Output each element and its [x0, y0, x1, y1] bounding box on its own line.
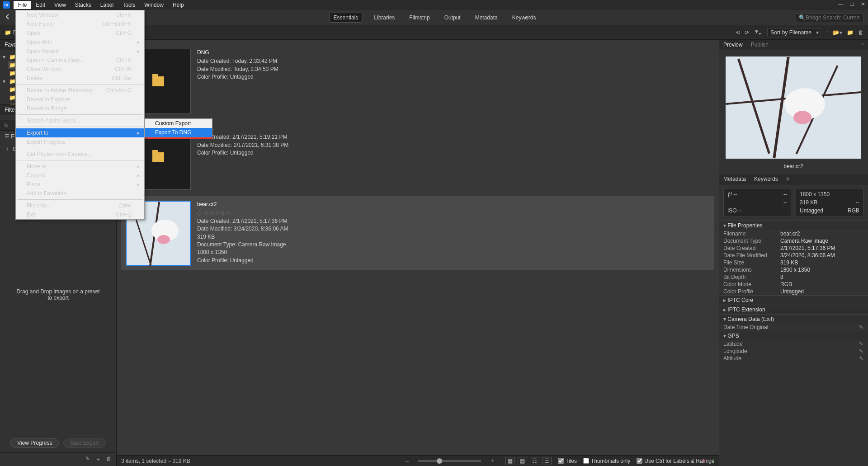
zoom-out-icon[interactable]: –: [406, 458, 409, 464]
thumbnails-only-checkbox[interactable]: Thumbnails only: [583, 458, 630, 464]
view-thumb-icon[interactable]: ▤: [518, 457, 527, 465]
menu-file[interactable]: File: [14, 1, 31, 9]
menu-item[interactable]: Export to: [16, 128, 144, 137]
menu-item[interactable]: Open Recent: [16, 47, 144, 56]
keywords-tab[interactable]: Keywords: [754, 176, 778, 182]
menu-item[interactable]: ExitCtrl+Q: [16, 210, 144, 219]
preview-tab[interactable]: Preview: [723, 42, 743, 48]
folder-icon: 📁: [9, 54, 16, 60]
section-file-properties[interactable]: File Properties: [719, 221, 868, 230]
apply-icon[interactable]: ✓: [711, 458, 715, 464]
edit-pencil-icon[interactable]: ✎: [859, 348, 863, 354]
list-icon: ☰: [5, 133, 9, 140]
edit-pencil-icon[interactable]: ✎: [859, 355, 863, 362]
favorites-tab[interactable]: Favc: [5, 42, 16, 48]
tiles-checkbox[interactable]: Tiles: [558, 458, 577, 464]
menu-item[interactable]: File Info...Ctrl+I: [16, 201, 144, 210]
menu-item[interactable]: Copy to: [16, 171, 144, 180]
menu-item[interactable]: Return to Adobe PhotoshopCtrl+Alt+O: [16, 86, 144, 95]
menu-item[interactable]: Add to Favorites: [16, 189, 144, 198]
view-details-icon[interactable]: ☶: [530, 457, 539, 465]
section-gps[interactable]: GPS: [719, 331, 868, 340]
metadata-tab[interactable]: Metadata: [723, 176, 746, 182]
add-icon[interactable]: ＋: [95, 456, 101, 463]
view-progress-button[interactable]: View Progress: [10, 438, 59, 448]
zoom-in-icon[interactable]: ＋: [490, 457, 495, 465]
cancel-icon[interactable]: ✕: [702, 458, 706, 464]
menu-item[interactable]: DeleteCtrl+Del: [16, 74, 144, 83]
menu-item[interactable]: Reveal in Explorer: [16, 95, 144, 104]
trash-icon[interactable]: 🗑: [858, 29, 863, 36]
menu-window[interactable]: Window: [140, 1, 168, 9]
rotate-cw-icon[interactable]: ⟳: [745, 29, 749, 36]
menu-tools[interactable]: Tools: [118, 1, 140, 9]
menu-item[interactable]: OpenCtrl+O: [16, 28, 144, 38]
workspace-more-icon[interactable]: ▾: [524, 14, 527, 21]
export-to-submenu: Custom ExportExport To DNG: [145, 118, 212, 137]
section-iptc-core[interactable]: IPTC Core: [719, 296, 868, 305]
menu-help[interactable]: Help: [168, 1, 189, 9]
status-bar: 3 items, 1 selected – 319 KB – ＋ ▦ ▤ ☶ ☰…: [117, 455, 719, 466]
sort-dropdown[interactable]: Sort by Filename: [767, 28, 821, 37]
search-box[interactable]: 🔍: [796, 13, 863, 22]
section-iptc-extension[interactable]: IPTC Extension: [719, 305, 868, 314]
workspace-tab-essentials[interactable]: Essentials: [330, 13, 363, 23]
submenu-item[interactable]: Custom Export: [145, 119, 212, 128]
submenu-item[interactable]: Export To DNG: [145, 128, 212, 137]
back-icon[interactable]: [5, 14, 13, 22]
filter-funnel-icon[interactable]: ▼▾: [754, 28, 761, 36]
preview-image: [726, 56, 861, 159]
menubar: Br FileEditViewStacksLabelToolsWindowHel…: [0, 0, 868, 10]
preview-filename: bear.cr2: [719, 163, 868, 169]
export-new-icon[interactable]: ⎘: [5, 122, 8, 128]
menu-item[interactable]: Move to: [16, 162, 144, 171]
minimize-icon[interactable]: —: [838, 1, 843, 7]
start-export-button: Start Export: [63, 438, 105, 448]
view-list-icon[interactable]: ☰: [542, 457, 552, 465]
menu-item[interactable]: Open With: [16, 38, 144, 47]
rotate-ccw-icon[interactable]: ⟲: [736, 29, 740, 36]
content-item[interactable]: bear.cr2◌ ☆☆☆☆☆Date Created: 2/17/2021, …: [121, 196, 714, 270]
file-menu-dropdown: New WindowCtrl+NNew FolderCtrl+Shift+NOp…: [15, 10, 145, 220]
menu-item[interactable]: Export Progress: [16, 137, 144, 146]
view-grid-icon[interactable]: ▦: [505, 457, 515, 465]
edit-pencil-icon[interactable]: ✎: [859, 324, 863, 330]
menu-view[interactable]: View: [50, 1, 71, 9]
workspace-tab-libraries[interactable]: Libraries: [371, 13, 397, 23]
new-folder-icon[interactable]: 📁: [847, 29, 854, 36]
metadata-summary: ƒ/ ---- -- ISO -- 1800 x 1350 319 KB-- U…: [719, 184, 868, 221]
publish-tab[interactable]: Publish: [751, 42, 769, 48]
section-camera-data[interactable]: Camera Data (Exif): [719, 315, 868, 324]
app-logo: Br: [3, 1, 10, 9]
edit-pencil-icon[interactable]: ✎: [85, 456, 90, 463]
open-recent-icon[interactable]: 📂▾: [833, 29, 842, 36]
content-item[interactable]: DNGDate Created: Today, 2:33:42 PMDate M…: [121, 44, 714, 118]
delete-icon[interactable]: 🗑: [106, 456, 112, 463]
menu-stacks[interactable]: Stacks: [71, 1, 96, 9]
menu-item[interactable]: Search Adobe Stock...: [16, 116, 144, 125]
status-summary: 3 items, 1 selected – 319 KB: [121, 458, 190, 464]
workspace-tab-metadata[interactable]: Metadata: [472, 13, 500, 23]
search-input[interactable]: [806, 14, 860, 21]
workspace-tab-output[interactable]: Output: [442, 13, 463, 23]
menu-item[interactable]: New FolderCtrl+Shift+N: [16, 19, 144, 28]
menu-item[interactable]: Place: [16, 180, 144, 189]
menu-edit[interactable]: Edit: [31, 1, 50, 9]
maximize-icon[interactable]: ☐: [849, 1, 854, 7]
menu-item[interactable]: Open in Camera Raw...Ctrl+R: [16, 56, 144, 65]
plus-icon: ＋: [5, 145, 10, 153]
right-panel: Preview Publish ≡ bear.cr2 Metadata Keyw…: [719, 40, 868, 466]
thumbnail-size-slider[interactable]: [418, 460, 481, 462]
workspace-tab-filmstrip[interactable]: Filmstrip: [406, 13, 432, 23]
search-icon: 🔍: [799, 14, 806, 21]
folder-icon: 📁: [5, 29, 11, 36]
sort-ascending-icon[interactable]: ↑: [826, 29, 828, 36]
menu-item[interactable]: Get Photos from Camera...: [16, 150, 144, 159]
edit-pencil-icon[interactable]: ✎: [859, 341, 863, 347]
close-icon[interactable]: ✕: [861, 1, 865, 7]
menu-item[interactable]: New WindowCtrl+N: [16, 10, 144, 19]
menu-label[interactable]: Label: [96, 1, 118, 9]
menu-item[interactable]: Close WindowCtrl+W: [16, 65, 144, 74]
filter-tab[interactable]: Filte: [5, 107, 15, 113]
content-panel: DNGDate Created: Today, 2:33:42 PMDate M…: [117, 40, 719, 466]
